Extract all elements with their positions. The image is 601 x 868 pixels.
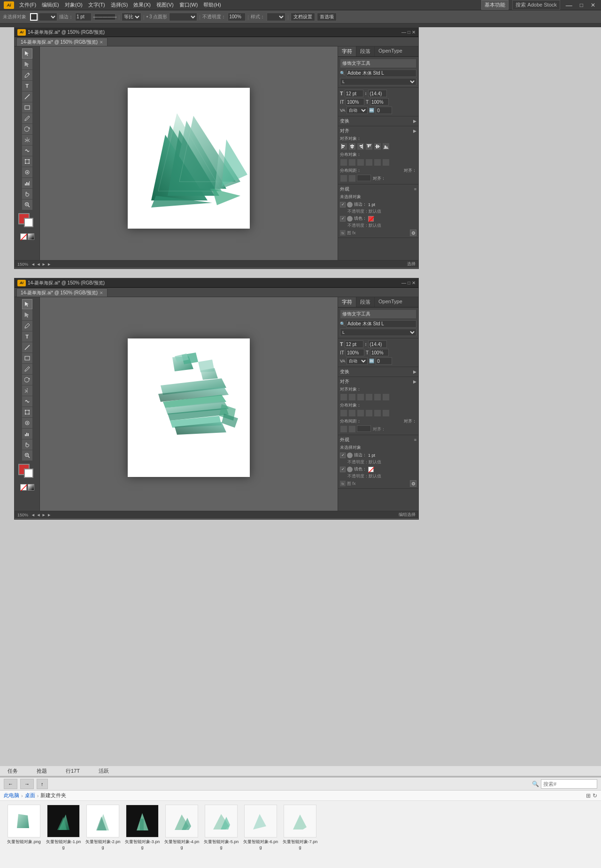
stock-search[interactable]: 搜索 Adobe Stock [512,0,560,10]
vertical-scale-input[interactable] [370,98,389,106]
win-min-top[interactable]: — [564,1,574,9]
appearance-add-btn[interactable]: ⚙ [410,230,416,236]
tab2-close[interactable]: ✕ [100,291,103,295]
tool-rotate[interactable] [22,124,32,134]
file-item-5[interactable]: 矢量智能对象-5.png [203,805,239,850]
zoom-display-2[interactable]: 150% [17,513,28,517]
kerning-select[interactable]: 自动 [347,107,368,114]
tool-free-2[interactable] [22,407,32,417]
tool-symbol-2[interactable] [22,418,32,428]
w2-max[interactable]: □ [408,280,410,285]
tool-graph-2[interactable] [22,429,32,439]
breadcrumb-computer[interactable]: 此电脑 [4,792,19,799]
w1-max[interactable]: □ [408,30,410,35]
file-item-0[interactable]: 矢量智能对象.png [6,805,42,845]
dist-center-h-btn[interactable] [348,159,356,166]
refresh-btn[interactable]: ↻ [593,792,597,799]
tool-symbol[interactable] [22,167,32,177]
tool-warp[interactable] [22,146,32,156]
nav-controls-1[interactable]: ◄ ◄ ► ► [31,262,51,267]
font-size-input[interactable] [345,90,363,97]
tool-direct-2[interactable] [22,310,32,320]
al-bot-2[interactable] [382,393,390,401]
appearance-menu-icon[interactable]: ≡ [414,187,416,192]
horizontal-scale-input[interactable] [346,98,364,106]
dl-6-2[interactable] [382,409,390,417]
al-mv-2[interactable] [374,393,381,401]
fill-color-ind-2[interactable] [368,467,374,472]
menu-object[interactable]: 对象(O) [62,0,85,9]
al-ch-2[interactable] [348,393,356,401]
file-item-3[interactable]: 矢量智能对象-3.png [124,805,161,850]
align-section-2[interactable]: 对齐 ▶ [340,378,416,385]
font-tool-btn[interactable]: 修饰文字工具 [340,59,416,68]
align-right-btn[interactable] [357,143,364,150]
dl-3-2[interactable] [357,409,364,417]
view-toggle[interactable]: ⊞ [586,792,591,799]
al-right-2[interactable] [357,393,364,401]
menu-select[interactable]: 选择(S) [108,0,131,9]
gradient-swatch-2[interactable] [28,484,34,491]
align-bottom-btn[interactable] [382,143,390,150]
w2-min[interactable]: — [401,280,406,285]
tool-rect[interactable] [22,102,32,113]
color-none-swatch[interactable] [20,233,27,240]
tool-direct-select[interactable] [22,59,32,69]
appearance-menu-2[interactable]: ≡ [414,438,416,442]
appearance-add-2[interactable]: ⚙ [410,480,416,487]
dl-5-2[interactable] [374,409,381,417]
tool-rect-2[interactable] [22,353,32,363]
dist-bottom-btn[interactable] [382,159,390,166]
doc-settings-btn[interactable]: 文档设置 [291,13,315,21]
file-item-6[interactable]: 矢量智能对象-6.png [242,805,279,850]
font-name-input[interactable] [346,69,416,77]
ds-val-2[interactable] [357,425,371,432]
w1-close[interactable]: ✕ [412,30,416,35]
align-toggle-2[interactable]: ▶ [413,379,416,384]
font-name-input-2[interactable] [346,320,416,328]
breadcrumb-desktop[interactable]: 桌面 [25,792,35,799]
align-left-btn[interactable] [340,143,347,150]
dl-4-2[interactable] [365,409,373,417]
tool-line[interactable] [22,92,32,102]
tool-select[interactable] [22,48,32,59]
dl-1-2[interactable] [340,409,347,417]
font-weight-2[interactable]: L [340,329,416,336]
transform-toggle-2[interactable]: ▶ [413,369,416,374]
transform-section-header[interactable]: 变换 ▶ [338,116,418,126]
align-center-h-btn[interactable] [348,143,356,150]
menu-effect[interactable]: 效果(X) [131,0,153,9]
tool-type-2[interactable]: T [22,331,32,342]
tool-graph[interactable] [22,178,32,188]
stroke-width-input[interactable] [75,13,92,21]
h-scale-2[interactable] [346,349,364,356]
tab-char-2[interactable]: 字符 [338,297,356,307]
ds-h-2[interactable] [340,425,347,433]
file-item-7[interactable]: 矢量智能对象-7.png [282,805,318,850]
fill-color-indicator[interactable] [368,216,374,222]
font-tool-btn-2[interactable]: 修饰文字工具 [340,309,416,319]
nav-back-btn[interactable]: ← [4,779,17,789]
menu-help[interactable]: 帮助(H) [201,0,223,9]
align-middle-v-btn[interactable] [374,143,381,150]
al-top-2[interactable] [365,393,373,401]
font-weight-select[interactable]: L [340,78,416,85]
win-close-top[interactable]: ✕ [589,2,597,8]
color-none-swatch-2[interactable] [20,484,27,491]
tool-zoom-2[interactable] [22,450,32,461]
stroke-style-select[interactable] [39,13,57,21]
dl-2-2[interactable] [348,409,356,417]
tab-para-2[interactable]: 段落 [356,297,375,307]
nav-controls-2[interactable]: ◄ ◄ ► ► [31,513,51,517]
file-item-4[interactable]: 矢量智能对象-4.png [163,805,200,850]
circle-type-select[interactable] [169,13,197,21]
menu-view[interactable]: 视图(V) [154,0,176,9]
file-item-1[interactable]: 矢量智能对象-1.png [45,805,82,850]
proportional-select[interactable]: 等比 [122,13,141,21]
window2-tab[interactable]: 14-菱单海探.ai* @ 150% (RGB/预览) ✕ [16,288,108,297]
tab-char[interactable]: 字符 [338,46,356,56]
zoom-display-1[interactable]: 150% [17,262,28,267]
dist-v-space-btn[interactable] [348,175,356,182]
dist-h-space-btn[interactable] [340,175,347,182]
breadcrumb-folder[interactable]: 新建文件夹 [40,792,66,799]
